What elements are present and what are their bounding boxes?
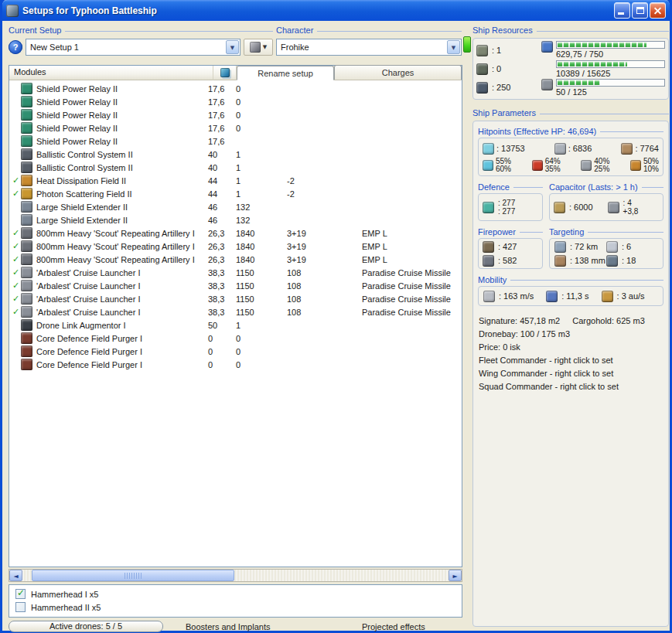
module-row[interactable]: ✓ 'Arbalest' Cruise Launcher I 38,3 1150… [9, 279, 462, 292]
bottom-panel-bar: Active drones: 5 / 5 Boosters and Implan… [9, 621, 462, 633]
wing-commander-line[interactable]: Wing Commander - right click to set [479, 367, 663, 380]
character-value: Frohike [281, 43, 309, 52]
module-cpu-value: 46 [208, 216, 236, 225]
active-check-icon: ✓ [11, 175, 21, 185]
targeting-stat: : 72 km [554, 241, 606, 253]
slot-value: : 250 [492, 83, 510, 92]
boosters-implants-header[interactable]: Boosters and Implants [186, 621, 270, 632]
character-select[interactable]: Frohike ▼ [276, 39, 462, 56]
firepower-section: Firepower : 427 : 582 [478, 226, 543, 269]
ship-resources-group: Ship Resources : 1 : 0 : 250 [472, 25, 669, 100]
tab-rename-setup[interactable]: Rename setup [237, 66, 334, 80]
resource-bar [556, 79, 665, 87]
rig-purger-icon [21, 359, 32, 370]
caption-line [537, 31, 669, 32]
projected-effects-header[interactable]: Projected effects [362, 621, 425, 632]
module-row[interactable]: ✓ Core Defence Field Purger I 0 0 [9, 345, 462, 358]
module-stat-value: 1840 [236, 255, 287, 264]
scrollbar-track[interactable] [22, 570, 449, 581]
signature-value: Signature: 457,18 m2 [479, 316, 560, 325]
resist-bottom-value: 25% [594, 165, 609, 173]
module-extra-value: -2 [287, 189, 362, 199]
setup-select[interactable]: New Setup 1 ▼ [26, 39, 240, 56]
resource-bar-row: 629,75 / 750 [541, 41, 665, 59]
horizontal-scrollbar[interactable]: ◄ ► [9, 569, 462, 582]
drone-checkbox[interactable]: ✓ [15, 589, 26, 599]
module-stat-value: 1 [236, 163, 287, 172]
module-stat-value: 1150 [236, 268, 287, 277]
module-row[interactable]: ✓ Photon Scattering Field II 44 1 -2 [9, 187, 462, 200]
module-row[interactable]: ✓ 800mm Heavy 'Scout' Repeating Artiller… [9, 226, 462, 240]
module-row[interactable]: ✓ 'Arbalest' Cruise Launcher I 38,3 1150… [9, 266, 462, 279]
module-name: 'Arbalest' Cruise Launcher I [36, 294, 208, 304]
close-button[interactable] [650, 2, 666, 19]
module-cpu-value: 46 [208, 202, 236, 212]
drone-link-icon [21, 319, 32, 331]
scrollbar-thumb[interactable] [32, 570, 234, 581]
setup-actions-button[interactable]: ▼ [244, 39, 273, 56]
module-row[interactable]: ✓ Core Defence Field Purger I 0 0 [9, 358, 462, 371]
module-charge: EMP L [362, 255, 462, 264]
modules-list-header: Modules Rename setup Charges [9, 66, 462, 80]
resist-stat: 64%35% [532, 158, 561, 173]
module-row[interactable]: ✓ Shield Power Relay II 17,6 [9, 134, 462, 148]
help-icon[interactable]: ? [9, 40, 22, 54]
cruise-launcher-icon [21, 267, 32, 278]
module-row[interactable]: ✓ Ballistic Control System II 40 1 [9, 161, 462, 174]
module-row[interactable]: ✓ Ballistic Control System II 40 1 [9, 148, 462, 161]
projected-label: Projected effects [362, 622, 425, 631]
module-extra-value: 3+19 [287, 242, 362, 251]
drone-checkbox[interactable]: ✓ [15, 602, 26, 612]
chevron-down-icon[interactable]: ▼ [447, 40, 460, 54]
modules-column-header[interactable]: Modules [9, 66, 213, 80]
module-row[interactable]: ✓ Shield Power Relay II 17,6 0 [9, 108, 462, 121]
module-cpu-value: 40 [208, 163, 236, 172]
targeting-section: Targeting : 72 km : 6 : [549, 226, 663, 269]
chevron-down-icon[interactable]: ▼ [226, 40, 239, 54]
module-row[interactable]: ✓ Shield Power Relay II 17,6 0 [9, 95, 462, 108]
meta-column-header[interactable] [213, 66, 237, 80]
caption-line [317, 31, 462, 32]
caption-line [588, 232, 663, 233]
resource-slot-row: : 1 [476, 43, 541, 58]
scroll-left-button[interactable]: ◄ [9, 570, 22, 581]
module-row[interactable]: ✓ Heat Dissipation Field II 44 1 -2 [9, 174, 462, 187]
module-cpu-value: 17,6 [208, 124, 236, 133]
module-stat-value: 1 [236, 321, 287, 330]
module-cpu-value: 17,6 [208, 111, 236, 120]
character-status-indicator [463, 36, 471, 53]
module-row[interactable]: ✓ Shield Power Relay II 17,6 0 [9, 121, 462, 134]
module-row[interactable]: ✓ Shield Power Relay II 17,6 0 [9, 82, 462, 95]
module-name: 'Arbalest' Cruise Launcher I [36, 308, 208, 317]
active-drones-header[interactable]: Active drones: 5 / 5 [9, 621, 163, 632]
ship-info-block: Signature: 457,18 m2Cargohold: 625 m3 Dr… [478, 315, 663, 393]
module-name: Shield Power Relay II [36, 137, 208, 146]
module-row[interactable]: ✓ Core Defence Field Purger I 0 0 [9, 332, 462, 345]
sensor-strength-icon [606, 255, 618, 267]
minimize-button[interactable] [614, 2, 630, 19]
module-row[interactable]: ✓ Drone Link Augmentor I 50 1 [9, 318, 462, 332]
resource-bar-fill [558, 43, 646, 47]
module-stat-value: 0 [236, 347, 287, 356]
module-row[interactable]: ✓ 'Arbalest' Cruise Launcher I 38,3 1150… [9, 292, 462, 305]
module-row[interactable]: ✓ 'Arbalest' Cruise Launcher I 38,3 1150… [9, 305, 462, 318]
module-cpu-value: 44 [208, 176, 236, 185]
drone-row[interactable]: ✓ Hammerhead I x5 [15, 587, 462, 601]
squad-commander-line[interactable]: Squad Commander - right click to set [479, 380, 663, 393]
scroll-right-button[interactable]: ► [449, 570, 462, 581]
module-row[interactable]: ✓ 800mm Heavy 'Scout' Repeating Artiller… [9, 240, 462, 253]
tab-charges[interactable]: Charges [334, 65, 462, 80]
active-check-icon: ✓ [11, 189, 21, 199]
maximize-button[interactable] [632, 2, 648, 19]
fleet-commander-line[interactable]: Fleet Commander - right click to set [479, 354, 663, 367]
module-row[interactable]: ✓ Large Shield Extender II 46 132 [9, 200, 462, 213]
titlebar[interactable]: Setups for Typhoon Battleship [2, 0, 670, 21]
drone-row[interactable]: ✓ Hammerhead II x5 [15, 601, 462, 614]
shield-power-relay-icon [21, 96, 32, 107]
module-row[interactable]: ✓ Large Shield Extender II 46 132 [9, 213, 462, 226]
module-cpu-value: 26,3 [208, 229, 236, 238]
module-row[interactable]: ✓ 800mm Heavy 'Scout' Repeating Artiller… [9, 253, 462, 266]
hitpoints-section: Hitpoints (Effective HP: 46,694) : 13753… [478, 126, 663, 176]
ship-resources-label: Ship Resources [472, 26, 533, 35]
modules-header-label: Modules [14, 67, 46, 77]
